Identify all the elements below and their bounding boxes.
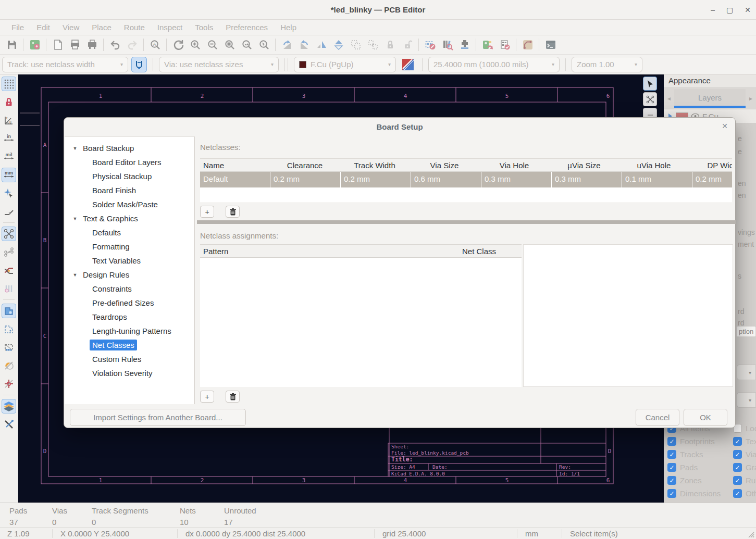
refresh-view-icon[interactable]: [169, 37, 187, 53]
maximize-icon[interactable]: ▢: [726, 6, 733, 14]
menu-preferences[interactable]: Preferences: [219, 23, 274, 32]
zone-outline-icon[interactable]: [2, 322, 16, 336]
ratsnest-icon[interactable]: [2, 227, 16, 241]
insert-footprint-icon[interactable]: [456, 37, 473, 53]
collapse-arrow-icon[interactable]: ▼: [70, 272, 80, 278]
tab-scroll-right-icon[interactable]: ▸: [746, 95, 756, 102]
menu-view[interactable]: View: [56, 23, 85, 32]
collapse-arrow-icon[interactable]: ▼: [70, 146, 80, 151]
checkbox-checked-icon[interactable]: ✓: [667, 450, 676, 459]
checkbox-checked-icon[interactable]: ✓: [733, 476, 742, 485]
units-mm-icon[interactable]: mm: [2, 168, 16, 182]
tree-item-solder-mask-paste[interactable]: Solder Mask/Paste: [65, 197, 194, 211]
tree-item-physical-stackup[interactable]: Physical Stackup: [65, 169, 194, 183]
menu-place[interactable]: Place: [85, 23, 118, 32]
tree-item-length-tuning-patterns[interactable]: Length-tuning Patterns: [65, 324, 194, 338]
menu-edit[interactable]: Edit: [30, 23, 56, 32]
save-icon[interactable]: [3, 37, 20, 53]
angle-45-icon[interactable]: [2, 204, 16, 219]
tree-item-design-rules[interactable]: ▼Design Rules: [65, 268, 194, 282]
checkbox-checked-icon[interactable]: ✓: [667, 489, 676, 498]
snap-cursor-icon[interactable]: [2, 186, 16, 200]
browse-footprints-icon[interactable]: [439, 37, 456, 53]
protected-lock-icon[interactable]: [2, 95, 16, 109]
filter-locked-items[interactable]: ✓Locked Items: [733, 424, 756, 433]
lock-icon[interactable]: [381, 37, 399, 53]
filter-tracks[interactable]: ✓Tracks: [667, 450, 703, 459]
tab-scroll-left-icon[interactable]: ◂: [664, 95, 674, 102]
tree-item-board-editor-layers[interactable]: Board Editor Layers: [65, 155, 194, 169]
delete-netclass-button[interactable]: [226, 206, 240, 218]
filter-dimensions[interactable]: ✓Dimensions: [667, 489, 721, 498]
resize-grip[interactable]: [747, 531, 754, 538]
checkbox-checked-icon[interactable]: ✓: [733, 450, 742, 459]
find-icon[interactable]: A: [146, 37, 164, 53]
tree-item-pre-defined-sizes[interactable]: Pre-defined Sizes: [65, 296, 194, 310]
tree-item-text-graphics[interactable]: ▼Text & Graphics: [65, 211, 194, 225]
dialog-close-icon[interactable]: ✕: [722, 122, 728, 130]
filter-vias[interactable]: ✓Vias: [733, 450, 756, 459]
rotate-ccw-icon[interactable]: [278, 37, 295, 53]
splitter-handle[interactable]: [197, 220, 736, 224]
route-inspect-icon[interactable]: [519, 37, 536, 53]
clipped-dropdown[interactable]: ▾: [737, 392, 756, 408]
unlock-icon[interactable]: [399, 37, 416, 53]
design-rules-check-icon[interactable]: [496, 37, 513, 53]
rotate-cw-icon[interactable]: [295, 37, 313, 53]
tree-item-net-classes[interactable]: Net Classes: [65, 338, 194, 352]
filter-pads[interactable]: ✓Pads: [667, 463, 698, 472]
filter-graphics[interactable]: ✓Graphics: [733, 463, 756, 472]
add-netclass-button[interactable]: +: [200, 206, 214, 218]
collapse-arrow-icon[interactable]: ▼: [70, 216, 80, 221]
menu-tools[interactable]: Tools: [189, 23, 219, 32]
menu-route[interactable]: Route: [118, 23, 151, 32]
group-icon[interactable]: [347, 37, 364, 53]
grid-dots-icon[interactable]: [2, 77, 16, 91]
layer-pair-icon[interactable]: [399, 57, 416, 72]
menu-file[interactable]: File: [5, 23, 30, 32]
zoom-select[interactable]: Zoom 1.00 ▾: [572, 57, 642, 72]
page-settings-icon[interactable]: [49, 37, 66, 53]
redo-icon[interactable]: [123, 37, 141, 53]
netclass-row-default[interactable]: Default 0.2 mm 0.2 mm 0.6 mm 0.3 mm 0.3 …: [200, 172, 732, 187]
polar-coords-icon[interactable]: rθ: [2, 113, 16, 128]
filter-text[interactable]: ✓Text: [733, 437, 756, 446]
track-width-select[interactable]: Track: use netclass width ▾: [2, 57, 128, 72]
zoom-selection-icon[interactable]: [255, 37, 272, 53]
board-setup-icon[interactable]: [26, 37, 43, 53]
properties-tools-icon[interactable]: [2, 417, 16, 432]
add-assignment-button[interactable]: +: [200, 391, 214, 403]
checkbox-checked-icon[interactable]: ✓: [667, 463, 676, 472]
sketch-footprints-icon[interactable]: [2, 340, 16, 355]
flip-horizontal-icon[interactable]: [313, 37, 330, 53]
import-settings-button[interactable]: Import Settings from Another Board...: [70, 409, 246, 426]
tree-item-violation-severity[interactable]: Violation Severity: [65, 366, 194, 380]
sketch-pads-icon[interactable]: [2, 358, 16, 373]
layer-contrast-icon[interactable]: [2, 399, 16, 413]
tree-item-defaults[interactable]: Defaults: [65, 225, 194, 240]
checkbox-checked-icon[interactable]: ✓: [667, 476, 676, 485]
curved-ratsnest-icon[interactable]: [2, 245, 16, 259]
tree-item-formatting[interactable]: Formatting: [65, 240, 194, 254]
delete-assignment-button[interactable]: [226, 391, 240, 403]
via-size-select[interactable]: Via: use netclass sizes ▾: [159, 57, 279, 72]
ok-button[interactable]: OK: [684, 409, 727, 426]
zoom-out-icon[interactable]: [204, 37, 221, 53]
plot-icon[interactable]: [83, 37, 101, 53]
filter-zones[interactable]: ✓Zones: [667, 476, 702, 485]
grid-select[interactable]: 25.4000 mm (1000.00 mils) ▾: [428, 57, 560, 72]
units-mil-icon[interactable]: mil: [2, 149, 16, 164]
sketch-vias-icon[interactable]: [2, 377, 16, 391]
hide-ratsnest-icon[interactable]: [2, 281, 16, 296]
filter-rule-areas[interactable]: ✓Rule Areas: [733, 476, 756, 485]
tree-item-board-stackup[interactable]: ▼Board Stackup: [65, 141, 194, 155]
menu-inspect[interactable]: Inspect: [151, 23, 189, 32]
tree-item-teardrops[interactable]: Teardrops: [65, 310, 194, 324]
edit-footprint-icon[interactable]: [422, 37, 439, 53]
zoom-fit-objects-icon[interactable]: [238, 37, 255, 53]
local-ratsnest-icon[interactable]: [643, 92, 657, 106]
tree-item-constraints[interactable]: Constraints: [65, 282, 194, 296]
clipped-dropdown[interactable]: ▾: [737, 365, 756, 380]
menu-help[interactable]: Help: [274, 23, 303, 32]
units-in-icon[interactable]: in: [2, 131, 16, 146]
